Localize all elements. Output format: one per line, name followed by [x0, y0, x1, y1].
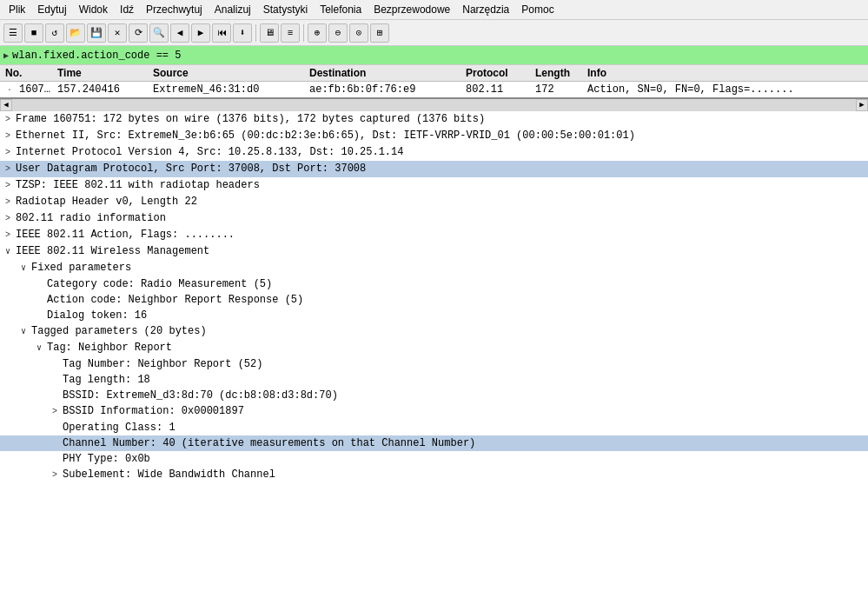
menu-item-przechwytuj[interactable]: Przechwytuj	[141, 2, 208, 17]
detail-line-tag-length[interactable]: Tag length: 18	[0, 372, 868, 388]
expand-icon[interactable]: >	[52, 468, 63, 482]
toolbar-btn-zoom-in[interactable]: ⊕	[308, 23, 327, 43]
toolbar-btn-zoom-out[interactable]: ⊖	[328, 23, 348, 43]
expand-icon[interactable]: ∨	[36, 342, 47, 355]
filter-input[interactable]	[12, 50, 865, 62]
menu-item-edytuj[interactable]: Edytuj	[32, 2, 71, 17]
detail-text: IEEE 802.11 Wireless Management	[16, 245, 209, 257]
toolbar-btn-back[interactable]: ◀	[170, 23, 189, 43]
detail-line-ip[interactable]: > Internet Protocol Version 4, Src: 10.2…	[0, 144, 868, 161]
toolbar-btn-stop[interactable]: ■	[24, 23, 43, 43]
detail-line-frame[interactable]: > Frame 160751: 172 bytes on wire (1376 …	[0, 111, 868, 128]
menu-item-bezprzewodowe[interactable]: Bezprzewodowe	[368, 2, 455, 17]
detail-line-subelement[interactable]: > Subelement: Wide Bandwidth Channel	[0, 467, 868, 483]
menu-item-pomoc[interactable]: Pomoc	[516, 2, 559, 17]
detail-line-channel-number[interactable]: Channel Number: 40 (iterative measuremen…	[0, 435, 868, 451]
detail-text: Dialog token: 16	[47, 309, 147, 322]
expand-icon[interactable]: ∨	[21, 262, 31, 276]
expand-icon[interactable]: >	[5, 212, 16, 226]
menu-item-statystyki[interactable]: Statystyki	[258, 2, 313, 17]
detail-text: Tag length: 18	[63, 374, 150, 386]
detail-line-ieee-mgmt[interactable]: ∨ IEEE 802.11 Wireless Management	[0, 243, 868, 260]
detail-line-radio-info[interactable]: > 802.11 radio information	[0, 210, 868, 227]
table-row[interactable]: · 1607…157.240416ExtremeN_46:31:d0ae:fb:…	[0, 82, 868, 97]
cell-protocol: 802.11	[464, 83, 533, 96]
cell-info: Action, SN=0, FN=0, Flags=.......	[586, 83, 865, 96]
detail-line-ethernet[interactable]: > Ethernet II, Src: ExtremeN_3e:b6:65 (0…	[0, 128, 868, 144]
detail-line-tzsp[interactable]: > TZSP: IEEE 802.11 with radiotap header…	[0, 177, 868, 194]
detail-line-action-code[interactable]: Action code: Neighbor Report Response (5…	[0, 292, 868, 308]
detail-text: User Datagram Protocol, Src Port: 37008,…	[16, 163, 366, 175]
hscroll[interactable]: ◀ ▶	[0, 99, 868, 111]
menu-item-widok[interactable]: Widok	[74, 2, 113, 17]
detail-line-operating-class[interactable]: Operating Class: 1	[0, 420, 868, 435]
detail-line-category[interactable]: Category code: Radio Measurement (5)	[0, 276, 868, 292]
toolbar-btn-last[interactable]: ⬇	[233, 23, 252, 43]
detail-text: Tagged parameters (20 bytes)	[31, 325, 207, 337]
detail-line-dialog-token[interactable]: Dialog token: 16	[0, 308, 868, 323]
col-source: Source	[151, 66, 308, 80]
toolbar-btn-refresh[interactable]: ↺	[45, 23, 64, 43]
detail-text: Radiotap Header v0, Length 22	[16, 196, 197, 208]
toolbar-btn-display[interactable]: 🖥	[260, 23, 279, 43]
scroll-left[interactable]: ◀	[0, 99, 12, 111]
toolbar-btn-graph[interactable]: ⊞	[370, 23, 389, 43]
detail-text: Fixed parameters	[31, 262, 131, 274]
detail-text: 802.11 radio information	[16, 212, 166, 224]
detail-text: BSSID Information: 0x00001897	[63, 405, 244, 417]
expand-icon[interactable]: >	[5, 130, 16, 143]
detail-text: Channel Number: 40 (iterative measuremen…	[63, 437, 475, 449]
toolbar-btn-zoom-reset[interactable]: ⊙	[349, 23, 368, 43]
detail-line-fixed-params[interactable]: ∨ Fixed parameters	[0, 260, 868, 276]
detail-line-radiotap[interactable]: > Radiotap Header v0, Length 22	[0, 194, 868, 210]
col-destination: Destination	[308, 66, 464, 80]
expand-icon[interactable]: >	[52, 405, 63, 419]
detail-line-bssid-info[interactable]: > BSSID Information: 0x00001897	[0, 403, 868, 420]
filter-icon: ▶	[3, 50, 9, 61]
toolbar-btn-close[interactable]: ✕	[108, 23, 127, 43]
expand-icon[interactable]: ∨	[5, 245, 16, 259]
detail-line-tag-neighbor[interactable]: ∨ Tag: Neighbor Report	[0, 340, 868, 356]
detail-line-tagged-params[interactable]: ∨ Tagged parameters (20 bytes)	[0, 323, 868, 340]
detail-line-ieee-action[interactable]: > IEEE 802.11 Action, Flags: ........	[0, 227, 868, 243]
menu-item-plik[interactable]: Plik	[3, 2, 30, 17]
expand-icon[interactable]: >	[5, 229, 16, 243]
menu-item-analizuj[interactable]: Analizuj	[209, 2, 256, 17]
scroll-right[interactable]: ▶	[856, 99, 868, 111]
detail-text: Category code: Radio Measurement (5)	[47, 278, 272, 290]
packet-rows: · 1607…157.240416ExtremeN_46:31:d0ae:fb:…	[0, 82, 868, 97]
expand-icon[interactable]: >	[5, 179, 16, 193]
toolbar-btn-open[interactable]: 📂	[66, 23, 85, 43]
expand-icon[interactable]: >	[5, 163, 16, 176]
expand-icon[interactable]: ∨	[21, 325, 31, 339]
menu-item-idź[interactable]: Idź	[115, 2, 139, 17]
detail-text: Action code: Neighbor Report Response (5…	[47, 294, 303, 306]
detail-line-bssid[interactable]: BSSID: ExtremeN_d3:8d:70 (dc:b8:08:d3:8d…	[0, 388, 868, 403]
toolbar-btn-forward[interactable]: ▶	[191, 23, 210, 43]
toolbar-btn-reload[interactable]: ⟳	[129, 23, 148, 43]
toolbar-btn-first[interactable]: ⏮	[212, 23, 231, 43]
detail-text: TZSP: IEEE 802.11 with radiotap headers	[16, 179, 260, 191]
cell-length: 172	[533, 83, 586, 96]
menu-item-narzędzia[interactable]: Narzędzia	[457, 2, 514, 17]
toolbar-separator	[255, 24, 256, 42]
detail-text: IEEE 802.11 Action, Flags: ........	[16, 229, 235, 241]
toolbar-btn-save[interactable]: 💾	[87, 23, 106, 43]
detail-text: Subelement: Wide Bandwidth Channel	[63, 468, 275, 481]
col-protocol: Protocol	[464, 66, 533, 80]
toolbar-btn-align[interactable]: ≡	[281, 23, 300, 43]
filterbar[interactable]: ▶	[0, 46, 868, 65]
scroll-track[interactable]	[12, 99, 856, 111]
menu-item-telefonia[interactable]: Telefonia	[315, 2, 367, 17]
detail-line-tag-number[interactable]: Tag Number: Neighbor Report (52)	[0, 356, 868, 372]
toolbar-btn-find[interactable]: 🔍	[149, 23, 169, 43]
expand-icon[interactable]: >	[5, 113, 16, 127]
detail-line-phy-type[interactable]: PHY Type: 0x0b	[0, 451, 868, 467]
cell-destination: ae:fb:6b:0f:76:e9	[308, 83, 464, 96]
expand-icon[interactable]: >	[5, 196, 16, 209]
detail-line-udp[interactable]: > User Datagram Protocol, Src Port: 3700…	[0, 161, 868, 177]
cell-source: ExtremeN_46:31:d0	[151, 83, 308, 96]
expand-icon[interactable]: >	[5, 146, 16, 160]
detail-text: Ethernet II, Src: ExtremeN_3e:b6:65 (00:…	[16, 130, 635, 142]
toolbar-btn-new[interactable]: ☰	[3, 23, 23, 43]
